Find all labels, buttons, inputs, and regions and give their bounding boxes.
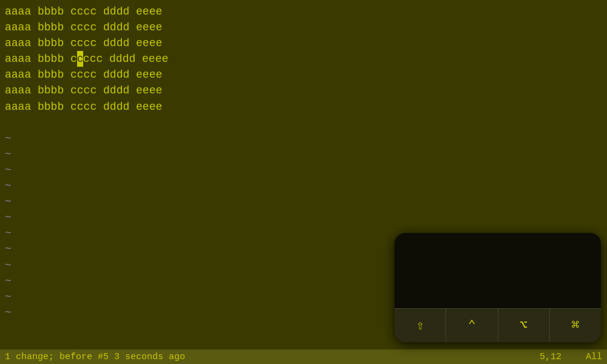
empty-line	[5, 115, 602, 130]
tilde-1: ~	[5, 130, 602, 146]
keyboard-buttons[interactable]: ⇧ ⌃ ⌥ ⌘	[395, 308, 601, 342]
editor-window: aaaa bbbb cccc dddd eeee aaaa bbbb cccc …	[0, 0, 607, 364]
option-key[interactable]: ⌥	[498, 309, 550, 342]
tilde-5: ~	[5, 194, 602, 209]
text-line-1: aaaa bbbb cccc dddd eeee	[5, 4, 602, 19]
keyboard-overlay: ⇧ ⌃ ⌥ ⌘	[395, 233, 601, 342]
text-line-5: aaaa bbbb cccc dddd eeee	[5, 67, 602, 83]
cursor-position: 5,12	[540, 352, 561, 362]
command-key[interactable]: ⌘	[550, 309, 601, 342]
tilde-3: ~	[5, 162, 602, 178]
text-line-3: aaaa bbbb cccc dddd eeee	[5, 35, 602, 51]
text-line-2: aaaa bbbb cccc dddd eeee	[5, 19, 602, 35]
tilde-4: ~	[5, 178, 602, 194]
scroll-position: All	[586, 352, 602, 362]
status-bar: 1 change; before #5 3 seconds ago 5,12 A…	[0, 349, 607, 364]
status-message: 1 change; before #5 3 seconds ago	[5, 352, 540, 362]
status-right: 5,12 All	[540, 352, 602, 362]
text-line-7: aaaa bbbb cccc dddd eeee	[5, 99, 602, 115]
shift-key[interactable]: ⇧	[395, 309, 446, 342]
tilde-2: ~	[5, 146, 602, 162]
tilde-6: ~	[5, 209, 602, 225]
cursor: c	[77, 51, 83, 67]
text-line-4: aaaa bbbb ccccc dddd eeee	[5, 51, 602, 67]
keyboard-screen	[395, 233, 601, 308]
text-line-6: aaaa bbbb cccc dddd eeee	[5, 83, 602, 98]
up-arrow-key[interactable]: ⌃	[446, 309, 498, 342]
